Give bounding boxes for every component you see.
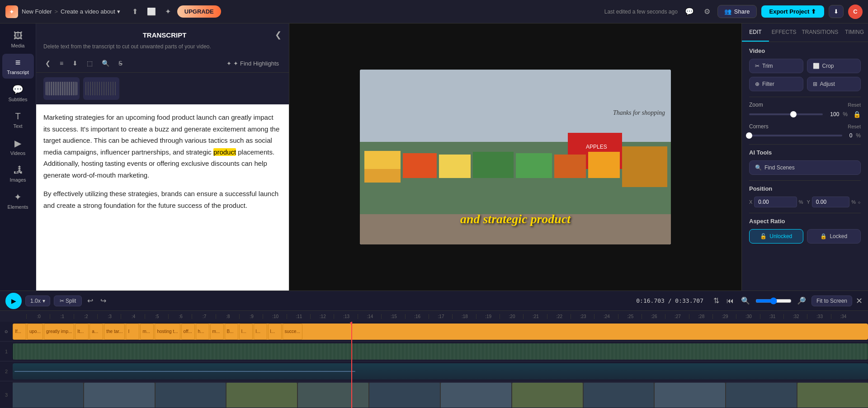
clip-10[interactable]: off...	[181, 324, 195, 340]
play-button[interactable]: ▶	[5, 293, 22, 309]
ruler-mark: :34	[831, 314, 854, 319]
sidebar-item-videos[interactable]: ▶ Videos	[2, 134, 34, 159]
pos-x-input[interactable]	[754, 197, 797, 207]
tab-edit[interactable]: EDIT	[742, 23, 769, 42]
clip-13[interactable]: B...	[225, 324, 238, 340]
upload-button[interactable]: ⬆	[129, 5, 141, 19]
tab-transitions[interactable]: TRANSITIONS	[799, 23, 841, 42]
speed-button[interactable]: 1.0x ▾	[25, 295, 50, 306]
zoom-label: Zoom	[749, 102, 844, 108]
sidebar-item-subtitles[interactable]: 💬 Subtitles	[2, 80, 34, 106]
layout-button[interactable]: ⬜	[144, 5, 159, 19]
transcript-close-button[interactable]: ❮	[275, 30, 282, 40]
sidebar-item-text[interactable]: T Text	[2, 108, 34, 132]
clips-track[interactable]: If... upo... greatly imp... It... a... t…	[13, 324, 868, 340]
thumbnails-track[interactable]	[13, 382, 868, 408]
undo-button[interactable]: ↩	[85, 295, 95, 307]
clip-15[interactable]: l...	[254, 324, 267, 340]
trim-button[interactable]: ✂ Trim	[749, 59, 803, 73]
find-scenes-button[interactable]: 🔍 Find Scenes	[749, 160, 861, 175]
fit-to-screen-button[interactable]: Fit to Screen	[811, 295, 852, 306]
transcript-content[interactable]: Marketing strategies for an upcoming foo…	[36, 104, 289, 291]
sidebar-item-elements[interactable]: ✦ Elements	[2, 188, 34, 213]
timeline-zoom-slider[interactable]	[755, 297, 792, 305]
ruler-mark: :17	[429, 314, 452, 319]
breadcrumb-project[interactable]: Create a video about ▾	[61, 8, 120, 15]
comment-button[interactable]: 💬	[682, 5, 697, 19]
clip-3[interactable]: greatly imp...	[44, 324, 74, 340]
tab-timing[interactable]: TIMING	[841, 23, 868, 42]
magic-button[interactable]: ✦	[162, 5, 174, 19]
crop-icon: ⬜	[813, 63, 820, 69]
transcript-download-button[interactable]: ⬇	[69, 57, 81, 70]
audio-waveform-track[interactable]	[13, 343, 868, 360]
skip-start-button[interactable]: ⏮	[725, 295, 736, 307]
download-button[interactable]: ⬇	[829, 5, 844, 18]
clip-6[interactable]: the tar...	[104, 324, 125, 340]
clip-8[interactable]: m...	[140, 324, 154, 340]
redo-button[interactable]: ↪	[99, 295, 108, 307]
share-button[interactable]: 👥 Share	[717, 5, 757, 18]
crop-button[interactable]: ⬜ Crop	[807, 59, 861, 73]
upgrade-button[interactable]: UPGRADE	[177, 5, 221, 18]
tab-effects[interactable]: EFFECTS	[769, 23, 799, 42]
thumb-12	[797, 383, 868, 408]
waveform-visual-2	[85, 82, 117, 95]
corners-slider-track[interactable]	[749, 135, 842, 136]
close-timeline-button[interactable]: ✕	[856, 296, 863, 306]
transcript-back-button[interactable]: ❮	[42, 57, 54, 70]
zoom-slider-thumb[interactable]	[790, 111, 797, 117]
track-3-number: 2	[0, 369, 13, 374]
ruler-mark: :19	[476, 314, 500, 319]
sidebar-item-media[interactable]: 🖼 Media	[2, 27, 34, 52]
settings-button[interactable]: ⚙	[701, 5, 713, 19]
corners-slider-thumb[interactable]	[746, 132, 752, 139]
transcript-search-button[interactable]: 🔍	[98, 57, 113, 70]
svg-rect-10	[622, 146, 667, 187]
export-button[interactable]: Export Project ⬆	[761, 5, 824, 18]
clip-17[interactable]: succe...	[283, 324, 302, 340]
clip-9[interactable]: hosting t...	[155, 324, 180, 340]
clip-4[interactable]: It...	[75, 324, 89, 340]
find-highlights-button[interactable]: ✦ ✦ Find Highlights	[222, 57, 283, 70]
audio-track-2[interactable]	[13, 363, 868, 380]
pos-y-input[interactable]	[812, 197, 849, 207]
locked-icon: 🔒	[820, 233, 827, 239]
track-2-content[interactable]	[13, 343, 868, 360]
zoom-in-button[interactable]: 🔎	[795, 295, 808, 307]
clip-1[interactable]: If...	[13, 324, 26, 340]
split-tracks-button[interactable]: ⇅	[712, 295, 721, 307]
transcript-strikethrough-button[interactable]: S̶	[115, 57, 126, 70]
transcript-header: TRANSCRIPT ❮	[36, 23, 289, 43]
text-icon: T	[15, 111, 20, 122]
video-container[interactable]: APPLES Thanks for shopping healthy and s…	[360, 70, 671, 244]
unlocked-button[interactable]: 🔓 Unlocked	[749, 229, 803, 244]
clip-16[interactable]: l...	[268, 324, 282, 340]
clip-12[interactable]: m...	[210, 324, 224, 340]
clip-7[interactable]: I	[126, 324, 139, 340]
clip-5[interactable]: a...	[90, 324, 103, 340]
transcript-captions-button[interactable]: ⬚	[83, 57, 96, 70]
track-1-content[interactable]: If... upo... greatly imp... It... a... t…	[13, 324, 868, 340]
breadcrumb-folder[interactable]: New Folder	[22, 8, 52, 15]
user-avatar[interactable]: C	[848, 5, 863, 19]
divider-4	[749, 213, 861, 213]
sidebar-item-transcript[interactable]: ≡ Transcript	[2, 54, 34, 79]
track-3-content[interactable]	[13, 363, 868, 380]
clip-14[interactable]: I...	[239, 324, 253, 340]
track-4-content[interactable]	[13, 382, 868, 408]
zoom-out-button[interactable]: 🔍	[739, 295, 752, 307]
clip-11[interactable]: h...	[196, 324, 209, 340]
playhead[interactable]	[351, 322, 352, 408]
transcript-list-button[interactable]: ≡	[56, 57, 67, 70]
clip-2[interactable]: upo...	[27, 324, 43, 340]
sidebar-item-images[interactable]: 🏞 Images	[2, 161, 34, 186]
adjust-button[interactable]: ⊞ Adjust	[807, 77, 861, 91]
transcript-title: TRANSCRIPT	[54, 31, 275, 39]
split-button[interactable]: ✂ Split	[54, 295, 82, 306]
corners-reset[interactable]: Reset	[848, 124, 861, 129]
zoom-slider-track[interactable]	[749, 113, 823, 115]
zoom-reset[interactable]: Reset	[848, 102, 861, 108]
filter-button[interactable]: ⊕ Filter	[749, 77, 803, 91]
locked-button[interactable]: 🔒 Locked	[807, 229, 861, 244]
